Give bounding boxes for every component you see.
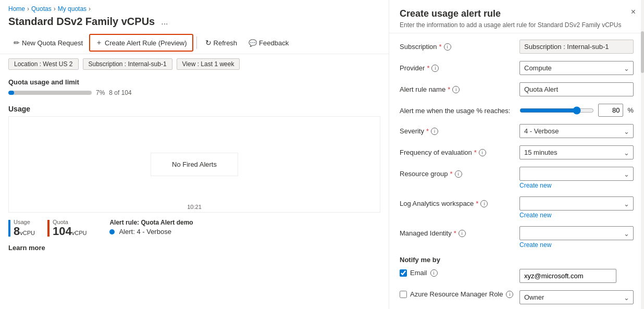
location-filter[interactable]: Location : West US 2: [8, 58, 79, 70]
create-new-rg-link[interactable]: Create new: [519, 182, 634, 189]
provider-control: Compute: [519, 61, 634, 75]
create-new-mi-link[interactable]: Create new: [519, 241, 634, 249]
provider-label: Provider * i: [400, 61, 519, 72]
usage-section: Usage No Fired Alerts 10:21: [0, 103, 389, 215]
legend-usage-group: Usage 8vCPU: [14, 219, 35, 238]
email-checkbox[interactable]: [400, 269, 407, 277]
resource-group-row: Resource group * i Create new: [400, 167, 634, 189]
email-info-icon[interactable]: i: [430, 269, 438, 277]
legend-usage-value: 8vCPU: [14, 225, 35, 238]
legend-usage: Usage 8vCPU: [8, 219, 35, 238]
email-row: Email i: [400, 269, 634, 283]
panel-close-button[interactable]: ×: [631, 7, 636, 17]
alert-rule-info: Alert rule: Quota Alert demo Alert: 4 - …: [109, 219, 193, 236]
resource-group-label: Resource group * i: [400, 167, 519, 178]
alert-pct-control: %: [519, 104, 634, 117]
scrollbar-thumb[interactable]: [641, 31, 644, 73]
log-analytics-select-wrapper: [519, 196, 634, 211]
resource-group-info-icon[interactable]: i: [455, 170, 462, 178]
subscription-display: Subscription : Internal-sub-1: [519, 40, 634, 54]
resource-group-select[interactable]: [519, 167, 634, 181]
notify-section: Notify me by Email i Azure Resource Mana…: [400, 256, 634, 304]
create-alert-rule-button[interactable]: ＋ Create Alert Rule (Preview): [89, 34, 193, 52]
subscription-label: Subscription * i: [400, 40, 519, 51]
learn-more[interactable]: Learn more: [0, 240, 389, 256]
alert-pct-input[interactable]: [598, 104, 623, 117]
create-new-log-link[interactable]: Create new: [519, 212, 634, 219]
legend-quota-color: [47, 220, 49, 237]
panel-body: Subscription * i Subscription : Internal…: [389, 33, 644, 309]
resource-group-control: Create new: [519, 167, 634, 189]
progress-count: 8 of 104: [109, 89, 131, 96]
alert-dot-icon: [109, 229, 115, 234]
alert-rule-name-input[interactable]: [519, 82, 634, 96]
severity-select[interactable]: 4 - Verbose: [519, 124, 634, 138]
frequency-label: Frequency of evaluation * i: [400, 145, 519, 156]
email-control: [519, 269, 634, 283]
managed-identity-label: Managed Identity * i: [400, 226, 519, 237]
log-analytics-control: Create new: [519, 196, 634, 219]
panel-header: Create usage alert rule Enter the inform…: [389, 0, 644, 33]
email-input[interactable]: [519, 269, 616, 283]
severity-row: Severity * i 4 - Verbose: [400, 124, 634, 138]
log-analytics-label: Log Analytics workspace * i: [400, 196, 519, 207]
arm-role-checkbox[interactable]: [400, 291, 407, 298]
arm-role-checkbox-area: Azure Resource Manager Role i: [400, 290, 519, 298]
view-filter[interactable]: View : Last 1 week: [177, 58, 240, 70]
ellipsis-button[interactable]: ...: [159, 16, 170, 28]
severity-label: Severity * i: [400, 124, 519, 135]
frequency-row: Frequency of evaluation * i 15 minutes: [400, 145, 634, 159]
managed-identity-control: Create new: [519, 226, 634, 249]
page-title: Standard DSv2 Family vCPUs: [8, 16, 155, 28]
refresh-button[interactable]: ↻ Refresh: [200, 35, 243, 50]
subscription-row: Subscription * i Subscription : Internal…: [400, 40, 634, 54]
feedback-button[interactable]: 💬 Feedback: [243, 36, 294, 50]
alert-detail: Alert: 4 - Verbose: [119, 228, 171, 236]
alert-rule-name-label: Alert rule name * i: [400, 82, 519, 93]
subscription-filter[interactable]: Subscription : Internal-sub-1: [83, 58, 172, 70]
filters-row: Location : West US 2 Subscription : Inte…: [0, 54, 389, 74]
pct-symbol: %: [627, 106, 634, 114]
progress-bar-background: [8, 91, 92, 95]
legend-quota: Quota 104vCPU: [47, 219, 86, 238]
refresh-label: Refresh: [214, 39, 238, 47]
frequency-select[interactable]: 15 minutes: [519, 145, 634, 159]
managed-identity-select[interactable]: [519, 226, 634, 240]
breadcrumb-quotas[interactable]: Quotas: [31, 5, 52, 13]
log-analytics-info-icon[interactable]: i: [480, 200, 488, 207]
quota-section-label: Quota usage and limit: [8, 78, 380, 86]
severity-info-icon[interactable]: i: [431, 128, 438, 135]
breadcrumb-my-quotas[interactable]: My quotas: [58, 5, 86, 13]
email-checkbox-label: Email: [410, 269, 427, 277]
subscription-info-icon[interactable]: i: [444, 43, 451, 51]
chart-area: No Fired Alerts 10:21: [8, 116, 380, 213]
chart-time-label: 10:21: [187, 204, 202, 210]
arm-role-info-icon[interactable]: i: [506, 291, 513, 298]
new-quota-request-button[interactable]: ✏ New Quota Request: [8, 35, 88, 50]
alert-pct-slider[interactable]: [519, 106, 594, 115]
notify-title: Notify me by: [400, 256, 634, 264]
frequency-control: 15 minutes: [519, 145, 634, 159]
log-analytics-row: Log Analytics workspace * i Create new: [400, 196, 634, 219]
frequency-info-icon[interactable]: i: [479, 149, 486, 156]
resource-group-select-wrapper: [519, 167, 634, 181]
feedback-label: Feedback: [259, 39, 289, 47]
provider-info-icon[interactable]: i: [431, 65, 439, 72]
breadcrumb-home[interactable]: Home: [8, 5, 25, 13]
managed-identity-info-icon[interactable]: i: [459, 230, 466, 237]
legend-quota-group: Quota 104vCPU: [53, 219, 86, 238]
arm-role-row: Azure Resource Manager Role i Owner: [400, 290, 634, 304]
log-analytics-select[interactable]: [519, 196, 634, 211]
arm-role-control: Owner: [519, 290, 634, 304]
subscription-control: Subscription : Internal-sub-1: [519, 40, 634, 54]
severity-control: 4 - Verbose: [519, 124, 634, 138]
no-alerts-message: No Fired Alerts: [151, 153, 238, 176]
provider-select[interactable]: Compute: [519, 61, 634, 75]
legend-quota-value: 104vCPU: [53, 225, 86, 238]
arm-role-select[interactable]: Owner: [519, 290, 634, 304]
legend-row: Usage 8vCPU Quota 104vCPU Alert rule: Qu…: [0, 215, 389, 240]
create-alert-panel: Create usage alert rule Enter the inform…: [389, 0, 644, 309]
alert-rule-name-info-icon[interactable]: i: [452, 86, 460, 93]
toolbar: ✏ New Quota Request ＋ Create Alert Rule …: [0, 32, 389, 54]
plus-icon: ＋: [95, 38, 103, 47]
